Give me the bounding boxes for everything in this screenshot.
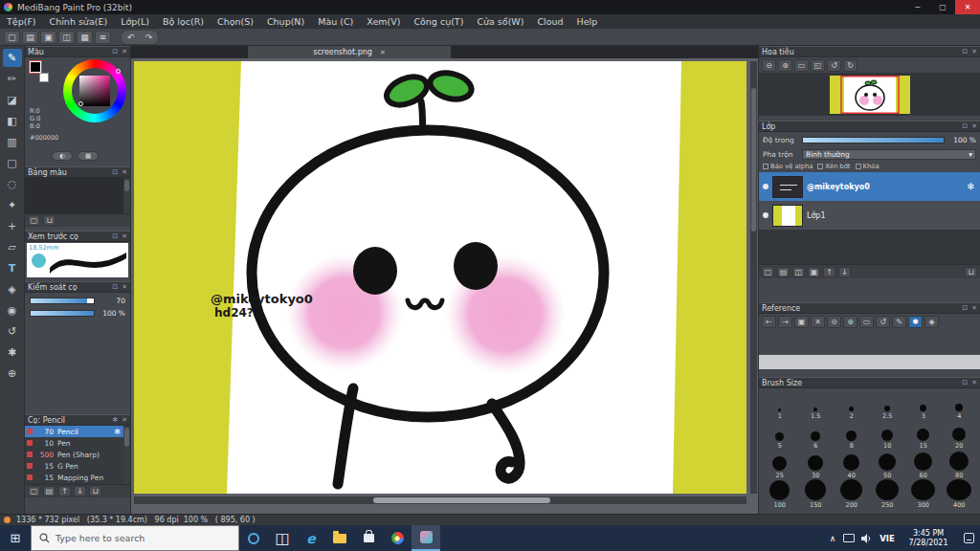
layer-up-button[interactable]: ↑ bbox=[823, 267, 835, 277]
menu-color[interactable]: Màu (C) bbox=[311, 16, 360, 27]
protect-alpha-checkbox[interactable]: Bảo vệ alpha bbox=[763, 163, 813, 170]
gradient-tool-icon[interactable]: ▥ bbox=[3, 133, 22, 151]
brush-size-option[interactable]: 5 bbox=[762, 420, 798, 450]
navigator-preview[interactable] bbox=[759, 73, 980, 116]
rotate-canvas-tool-icon[interactable]: ↺ bbox=[3, 322, 22, 341]
zoom-in-icon[interactable]: ⊕ bbox=[778, 59, 792, 72]
next-image-icon[interactable]: → bbox=[778, 316, 792, 328]
notification-center-icon[interactable] bbox=[957, 525, 980, 551]
brush-item-pen[interactable]: 10 Pen bbox=[25, 437, 130, 449]
file-explorer-taskbar-icon[interactable] bbox=[325, 525, 354, 551]
zoom-tool-icon[interactable]: ⊕ bbox=[3, 364, 22, 383]
move-tool-icon[interactable]: + bbox=[3, 217, 22, 235]
close-icon[interactable]: ✕ bbox=[971, 122, 977, 130]
brush-item-mapping-pen[interactable]: 15 Mapping Pen bbox=[25, 472, 130, 483]
brush-item-pencil[interactable]: 70 Pencil ✻ bbox=[25, 426, 130, 437]
hand-icon[interactable]: ✱ bbox=[908, 316, 923, 328]
layer-row-watermark[interactable]: @mikeytokyo0 ✻ bbox=[759, 172, 980, 201]
close-icon[interactable]: ✕ bbox=[122, 168, 127, 176]
fit-icon[interactable]: ▭ bbox=[859, 316, 874, 328]
open-button[interactable]: ▤ bbox=[22, 31, 38, 44]
menu-select[interactable]: Chọn(S) bbox=[211, 16, 260, 27]
menu-help[interactable]: Help bbox=[570, 16, 605, 27]
menu-filter[interactable]: Bộ lọc(R) bbox=[156, 16, 211, 27]
brush-move-down-button[interactable]: ↓ bbox=[74, 486, 86, 496]
redo-button[interactable]: ↷ bbox=[140, 31, 158, 44]
brush-size-option[interactable]: 300 bbox=[905, 479, 942, 509]
brush-size-option[interactable]: 80 bbox=[942, 450, 978, 479]
palette-list[interactable] bbox=[25, 178, 130, 213]
fit-window-icon[interactable]: ▭ bbox=[794, 59, 809, 72]
close-icon[interactable]: ✕ bbox=[971, 48, 977, 55]
new-canvas-button[interactable]: ▢ bbox=[4, 31, 20, 44]
brush-folder-button[interactable]: ▤ bbox=[43, 486, 56, 496]
blend-mode-select[interactable]: Bình thường ▾ bbox=[802, 149, 976, 160]
canvas-horizontal-scrollbar[interactable] bbox=[134, 496, 746, 504]
magic-wand-tool-icon[interactable]: ✦ bbox=[3, 196, 22, 214]
task-view-button[interactable]: ◫ bbox=[268, 525, 297, 551]
popout-icon[interactable]: ⊡ bbox=[112, 283, 118, 291]
canvas[interactable]: @mikeytokyo0 hd24? bbox=[134, 61, 746, 494]
foreground-color-swatch[interactable] bbox=[29, 60, 42, 74]
delete-brush-button[interactable]: ⊔ bbox=[89, 486, 101, 496]
saturation-value-box[interactable] bbox=[79, 76, 110, 106]
edge-taskbar-icon[interactable]: e bbox=[297, 525, 325, 551]
popout-icon[interactable]: ⊡ bbox=[112, 168, 118, 176]
brush-item-pen-sharp[interactable]: 500 Pen (Sharp) bbox=[25, 449, 130, 460]
rotate-icon[interactable]: ↺ bbox=[876, 316, 890, 328]
brush-item-g-pen[interactable]: 15 G Pen bbox=[25, 460, 130, 472]
menu-window[interactable]: Cửa sổ(W) bbox=[470, 16, 530, 27]
menu-tools[interactable]: Công cụ(T) bbox=[407, 16, 470, 27]
close-icon[interactable]: ✕ bbox=[971, 379, 977, 386]
background-color-swatch[interactable] bbox=[39, 73, 49, 82]
layer-opacity-slider[interactable] bbox=[802, 137, 945, 143]
brush-tool-icon[interactable]: ✎ bbox=[3, 49, 22, 67]
gear-icon[interactable]: ✻ bbox=[112, 416, 118, 424]
popout-icon[interactable]: ⊡ bbox=[962, 122, 968, 130]
taskbar-clock[interactable]: 3:45 PM 7/28/2021 bbox=[900, 525, 957, 551]
brush-size-option[interactable]: 20 bbox=[942, 420, 978, 450]
menu-cloud[interactable]: Cloud bbox=[530, 16, 569, 27]
stamp-tool-icon[interactable]: ◉ bbox=[3, 301, 22, 320]
close-icon[interactable]: ✕ bbox=[122, 416, 127, 424]
zoom-in-icon[interactable]: ⊕ bbox=[843, 316, 858, 328]
network-icon[interactable] bbox=[840, 525, 858, 551]
brush-size-option[interactable]: 2 bbox=[834, 390, 870, 420]
select-tool-icon[interactable]: ▢ bbox=[3, 154, 22, 172]
hand-tool-icon[interactable]: ✱ bbox=[3, 343, 22, 362]
load-image-icon[interactable]: ▣ bbox=[794, 316, 809, 328]
delete-layer-button[interactable]: ⊔ bbox=[965, 267, 977, 277]
minimize-button[interactable]: ─ bbox=[905, 0, 930, 14]
palette-mode-button[interactable]: ▦ bbox=[78, 151, 99, 161]
brush-size-option[interactable]: 1.5 bbox=[798, 390, 835, 420]
reference-view[interactable] bbox=[759, 329, 980, 369]
settings-button[interactable]: ≡ bbox=[95, 31, 111, 44]
grid-toggle-button[interactable]: ▦ bbox=[77, 31, 93, 44]
add-palette-color-button[interactable]: ▢ bbox=[28, 215, 40, 226]
brush-size-option[interactable]: 150 bbox=[798, 479, 835, 509]
layer-visibility-icon[interactable] bbox=[763, 212, 768, 218]
brush-size-option[interactable]: 30 bbox=[798, 450, 835, 479]
pencil-tool-icon[interactable]: ✏ bbox=[3, 70, 22, 88]
brush-size-option[interactable]: 8 bbox=[834, 420, 870, 450]
brush-list-scrollbar[interactable] bbox=[123, 426, 130, 484]
add-layer-button[interactable]: ▢ bbox=[762, 267, 774, 277]
brush-size-option[interactable]: 400 bbox=[942, 479, 978, 509]
brush-size-option[interactable]: 1 bbox=[762, 390, 798, 420]
merge-layer-button[interactable]: ▣ bbox=[808, 267, 820, 277]
close-icon[interactable]: ✕ bbox=[971, 304, 977, 312]
close-button[interactable]: ✕ bbox=[955, 0, 980, 14]
brush-size-option[interactable]: 100 bbox=[762, 479, 798, 509]
medibang-taskbar-icon[interactable] bbox=[412, 525, 440, 551]
prev-image-icon[interactable]: ← bbox=[762, 316, 776, 328]
clipping-checkbox[interactable]: Xén bớt bbox=[817, 163, 850, 170]
popout-icon[interactable]: ⊡ bbox=[962, 48, 968, 55]
brush-size-option[interactable]: 6 bbox=[798, 420, 835, 450]
brush-size-option[interactable]: 40 bbox=[834, 450, 870, 479]
add-brush-button[interactable]: ▢ bbox=[28, 486, 40, 496]
start-button[interactable]: ⊞ bbox=[0, 525, 31, 551]
brush-move-up-button[interactable]: ↑ bbox=[58, 486, 71, 496]
brush-size-option[interactable]: 10 bbox=[870, 420, 906, 450]
close-tab-icon[interactable]: ✕ bbox=[380, 49, 386, 56]
brush-size-option[interactable]: 4 bbox=[942, 390, 978, 420]
